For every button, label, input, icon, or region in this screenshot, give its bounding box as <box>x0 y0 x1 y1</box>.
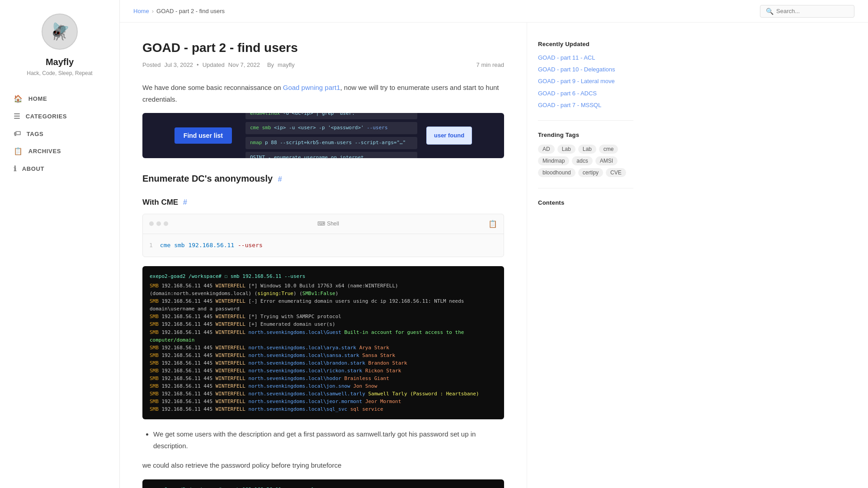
step-1: enum4linux -U <dc-ip> | grep 'user:' <box>245 113 417 119</box>
find-user-diagram: Find user list enum4linux -U <dc-ip> | g… <box>142 113 504 158</box>
sidebar-item-about-label: ABOUT <box>22 165 44 172</box>
terminal-cmd-1: exepo2-goad2 /workspace# ☐ smb 192.168.5… <box>150 272 497 280</box>
user-found-badge: user found <box>426 127 472 145</box>
right-sidebar: Recently Updated GOAD - part 11 - ACL GO… <box>527 23 644 488</box>
terminal-line-4: SMB 192.168.56.11 445 WINTERFELL [+] Enu… <box>150 320 497 328</box>
tag-mindmap[interactable]: Mindmap <box>538 156 569 165</box>
topbar: Home › GOAD - part 2 - find users 🔍 <box>120 0 868 23</box>
categories-icon: ☰ <box>14 112 20 121</box>
terminal-line-7: SMB 192.168.56.11 445 WINTERFELL north.s… <box>150 352 497 359</box>
terminal-line-14: SMB 192.168.56.11 445 WINTERFELL north.s… <box>150 405 497 413</box>
copy-button[interactable]: 📋 <box>488 218 497 230</box>
sidebar-item-archives-label: ARCHIVES <box>28 148 61 155</box>
code-content: cme smb 192.168.56.11 --users <box>160 240 263 250</box>
rs-divider-1 <box>538 120 633 121</box>
step-4: OSINT - enumerate username on internet <box>245 152 417 158</box>
intro-link[interactable]: Goad pwning part1 <box>283 84 340 91</box>
terminal-line-3: SMB 192.168.56.11 445 WINTERFELL [*] Try… <box>150 313 497 320</box>
code-dot-2 <box>156 221 161 226</box>
code-body: 1 cme smb 192.168.56.11 --users <box>143 234 504 257</box>
rs-link-2[interactable]: GOAD - part 10 - Delegations <box>538 66 633 74</box>
tag-amsi[interactable]: AMSI <box>595 156 618 165</box>
find-user-list-button[interactable]: Find user list <box>175 127 232 144</box>
tag-certipy[interactable]: certipy <box>578 168 603 177</box>
article-meta: Posted Jul 3, 2022 • Updated Nov 7, 2022… <box>142 61 504 68</box>
rs-link-4[interactable]: GOAD - part 6 - ADCS <box>538 89 633 98</box>
tag-bloodhound[interactable]: bloodhound <box>538 168 576 177</box>
code-dots <box>149 221 168 226</box>
search-input[interactable] <box>776 8 849 14</box>
by-label: By <box>267 61 274 68</box>
about-icon: ℹ <box>14 164 17 173</box>
bullet-item-1: We get some users with the description a… <box>153 428 504 451</box>
intro-paragraph: We have done some basic reconnaissance o… <box>142 82 504 105</box>
article-title: GOAD - part 2 - find users <box>142 41 504 55</box>
rs-link-5[interactable]: GOAD - part 7 - MSSQL <box>538 101 633 109</box>
code-line-number: 1 <box>149 240 153 250</box>
terminal-output-2: exepo2-goad2 /workspace# ☐ smb 192.168.5… <box>142 479 504 488</box>
toc-title: Contents <box>538 199 633 206</box>
terminal-line-6: SMB 192.168.56.11 445 WINTERFELL north.s… <box>150 344 497 352</box>
recently-updated-title: Recently Updated <box>538 41 633 47</box>
article-body: We have done some basic reconnaissance o… <box>142 82 504 488</box>
home-icon: 🏠 <box>14 94 23 103</box>
sidebar-item-categories-label: CATEGORIES <box>26 113 67 120</box>
terminal-line-12: SMB 192.168.56.11 445 WINTERFELL north.s… <box>150 390 497 398</box>
tag-cme[interactable]: cme <box>599 145 618 154</box>
enum-heading: Enumerate DC's anonymously # <box>142 171 504 186</box>
code-block: ⌨ Shell 📋 1 cme smb 192.168.56.11 --user… <box>142 214 504 257</box>
terminal-output-1: exepo2-goad2 /workspace# ☐ smb 192.168.5… <box>142 266 504 419</box>
article: GOAD - part 2 - find users Posted Jul 3,… <box>120 23 527 488</box>
sidebar-item-tags[interactable]: 🏷 TAGS <box>0 125 119 142</box>
step-2: cme smb <ip> -u <user> -p '<password>' -… <box>245 122 417 134</box>
code-lang: ⌨ Shell <box>317 219 339 228</box>
sidebar-item-home-label: HOME <box>28 95 47 102</box>
find-user-steps: enum4linux -U <dc-ip> | grep 'user:' cme… <box>245 113 417 158</box>
breadcrumb: Home › GOAD - part 2 - find users <box>133 8 760 14</box>
tag-adcs[interactable]: adcs <box>572 156 592 165</box>
sidebar-item-home[interactable]: 🏠 HOME <box>0 90 119 108</box>
content-area: GOAD - part 2 - find users Posted Jul 3,… <box>120 23 868 488</box>
read-time: 7 min read <box>476 61 504 68</box>
cme-heading-anchor[interactable]: # <box>183 198 187 206</box>
posted-date: Jul 3, 2022 <box>164 61 193 68</box>
breadcrumb-separator: › <box>152 8 154 14</box>
para-2: we could also retrieve the password poli… <box>142 460 504 471</box>
tag-ad[interactable]: AD <box>538 145 555 154</box>
rs-link-3[interactable]: GOAD - part 9 - Lateral move <box>538 77 633 85</box>
terminal-line-11: SMB 192.168.56.11 445 WINTERFELL north.s… <box>150 382 497 390</box>
step-3: nmap p 88 --script=krb5-enum-users --scr… <box>245 137 417 149</box>
sidebar-nav: 🏠 HOME ☰ CATEGORIES 🏷 TAGS 📋 ARCHIVES ℹ … <box>0 90 119 178</box>
code-dot-1 <box>149 221 154 226</box>
sidebar-item-tags-label: TAGS <box>27 131 44 137</box>
rs-link-1[interactable]: GOAD - part 11 - ACL <box>538 54 633 62</box>
terminal-line-9: SMB 192.168.56.11 445 WINTERFELL north.s… <box>150 367 497 375</box>
tag-lab1[interactable]: Lab <box>557 145 576 154</box>
archives-icon: 📋 <box>14 147 23 155</box>
tag-lab2[interactable]: Lab <box>578 145 596 154</box>
author: mayfly <box>278 61 295 68</box>
bullet-list: We get some users with the description a… <box>153 428 504 451</box>
rs-divider-2 <box>538 188 633 188</box>
terminal-line-13: SMB 192.168.56.11 445 WINTERFELL north.s… <box>150 398 497 405</box>
search-box[interactable]: 🔍 <box>760 5 854 18</box>
terminal-line-2: SMB 192.168.56.11 445 WINTERFELL [-] Err… <box>150 297 497 313</box>
sidebar-item-archives[interactable]: 📋 ARCHIVES <box>0 142 119 160</box>
terminal-line-5: SMB 192.168.56.11 445 WINTERFELL north.s… <box>150 328 497 344</box>
breadcrumb-current: GOAD - part 2 - find users <box>156 8 225 14</box>
terminal-line-10: SMB 192.168.56.11 445 WINTERFELL north.s… <box>150 375 497 382</box>
terminal-line-1: SMB 192.168.56.11 445 WINTERFELL [*] Win… <box>150 282 497 297</box>
breadcrumb-home-link[interactable]: Home <box>133 8 149 14</box>
sidebar: 🪰 Mayfly Hack, Code, Sleep, Repeat 🏠 HOM… <box>0 0 120 488</box>
tags-icon: 🏷 <box>14 130 21 138</box>
tag-cve[interactable]: CVE <box>606 168 626 177</box>
meta-dot: • <box>197 61 199 68</box>
enum-heading-anchor[interactable]: # <box>278 175 282 183</box>
sidebar-item-categories[interactable]: ☰ CATEGORIES <box>0 108 119 125</box>
code-header: ⌨ Shell 📋 <box>143 214 504 234</box>
site-subtitle: Hack, Code, Sleep, Repeat <box>18 70 101 76</box>
trending-tags-title: Trending Tags <box>538 131 633 138</box>
sidebar-item-about[interactable]: ℹ ABOUT <box>0 160 119 178</box>
main-content: Home › GOAD - part 2 - find users 🔍 GOAD… <box>120 0 868 488</box>
site-title: Mayfly <box>46 57 74 67</box>
